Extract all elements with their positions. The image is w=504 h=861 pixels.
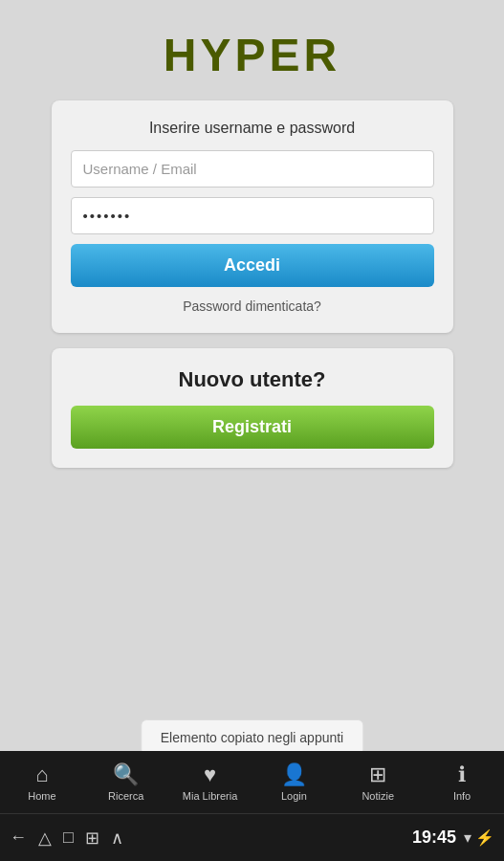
time-display: 19:45 xyxy=(412,828,456,848)
nav-item-info[interactable]: ℹ Info xyxy=(420,762,504,802)
register-button[interactable]: Registrati xyxy=(71,406,434,449)
menu-system-icon[interactable]: ⊞ xyxy=(85,828,99,849)
nav-item-home[interactable]: ⌂ Home xyxy=(0,762,84,802)
status-icons: ▾ ⚡ xyxy=(464,828,494,847)
forgot-password-link[interactable]: Password dimenticata? xyxy=(71,298,434,314)
system-bar-left: ← △ □ ⊞ ∧ xyxy=(10,828,123,849)
system-bar: ← △ □ ⊞ ∧ 19:45 ▾ ⚡ xyxy=(0,813,504,861)
nav-item-libreria[interactable]: ♥ Mia Libreria xyxy=(168,762,252,802)
info-icon: ℹ xyxy=(458,762,466,787)
register-card: Nuovo utente? Registrati xyxy=(52,348,453,468)
password-input[interactable] xyxy=(71,197,434,234)
username-email-input[interactable] xyxy=(71,150,434,188)
app-logo: HYPER xyxy=(164,30,340,80)
nav-label-notizie: Notizie xyxy=(362,790,394,802)
nav-label-ricerca: Ricerca xyxy=(108,790,143,802)
logo-container: HYPER xyxy=(164,29,340,81)
grid-icon: ⊞ xyxy=(369,762,386,787)
nav-label-home: Home xyxy=(28,790,55,802)
back-icon[interactable]: ← xyxy=(10,828,27,848)
home-icon: ⌂ xyxy=(35,762,48,787)
person-icon: 👤 xyxy=(281,762,307,787)
system-bar-right: 19:45 ▾ ⚡ xyxy=(412,828,494,848)
new-user-title: Nuovo utente? xyxy=(71,367,434,392)
wifi-icon: ▾ xyxy=(464,828,471,847)
nav-label-info: Info xyxy=(453,790,471,802)
login-card-title: Inserire username e password xyxy=(71,120,434,137)
recent-icon[interactable]: □ xyxy=(63,828,74,848)
nav-label-libreria: Mia Libreria xyxy=(183,790,237,802)
home-system-icon[interactable]: △ xyxy=(38,828,52,849)
nav-item-notizie[interactable]: ⊞ Notizie xyxy=(336,762,420,802)
bottom-nav: ⌂ Home 🔍 Ricerca ♥ Mia Libreria 👤 Login … xyxy=(0,751,504,813)
heart-icon: ♥ xyxy=(204,762,216,787)
up-icon[interactable]: ∧ xyxy=(111,828,123,849)
login-card: Inserire username e password Accedi Pass… xyxy=(52,100,453,333)
login-button[interactable]: Accedi xyxy=(71,244,434,287)
search-icon: 🔍 xyxy=(113,762,139,787)
nav-item-ricerca[interactable]: 🔍 Ricerca xyxy=(84,762,168,802)
main-content: HYPER Inserire username e password Acced… xyxy=(0,0,504,765)
nav-item-login[interactable]: 👤 Login xyxy=(252,762,336,802)
battery-icon: ⚡ xyxy=(475,828,494,847)
nav-label-login: Login xyxy=(281,790,307,802)
